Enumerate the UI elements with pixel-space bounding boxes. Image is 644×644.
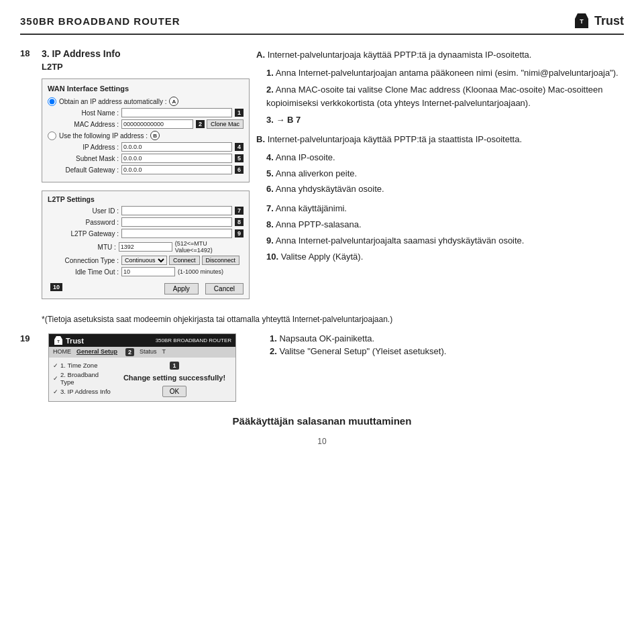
- sidebar-broadband-label: 2. Broadband Type: [60, 371, 113, 386]
- ip-badge: 4: [235, 143, 244, 151]
- gateway-label: Default Gateway :: [48, 166, 121, 174]
- section-b-item-5: 5. Anna aliverkon peite.: [266, 167, 624, 181]
- cancel-button[interactable]: Cancel: [205, 283, 244, 294]
- obtain-label: Obtain an IP address automatically :: [59, 98, 166, 105]
- mtu-field[interactable]: 1392: [119, 242, 172, 252]
- mac-label: MAC Address :: [48, 121, 121, 128]
- page-header: 350BR BROADBAND ROUTER T Trust: [20, 13, 624, 35]
- svg-text:T: T: [57, 339, 60, 343]
- idle-note: (1-1000 minutes): [178, 268, 223, 275]
- mini-nav-status[interactable]: Status: [140, 348, 157, 356]
- subnet-label: Subnet Mask :: [48, 155, 121, 162]
- gateway-badge: 6: [235, 166, 244, 174]
- badge-10: 10: [50, 283, 62, 291]
- mtu-note: (512<=MTU Value<=1492): [175, 240, 244, 254]
- section-a-text: Internet-palveluntarjoaja käyttää PPTP:t…: [268, 50, 532, 60]
- mini-mockup-header: T Trust 350BR BROADBAND ROUTER: [49, 334, 235, 347]
- mini-sidebar-broadband[interactable]: ✓ 2. Broadband Type: [53, 371, 113, 386]
- userid-row: User ID : 7: [48, 206, 244, 215]
- idle-value: 10: [123, 268, 130, 275]
- svg-text:T: T: [580, 18, 584, 25]
- section-19-list: 1. Napsauta OK-painiketta. 2. Valitse "G…: [270, 333, 624, 356]
- password-field[interactable]: [121, 217, 232, 227]
- userid-badge: 7: [235, 207, 244, 215]
- ip-row: IP Address : 0.0.0.0 4: [48, 142, 244, 152]
- mini-nav-general-setup[interactable]: General Setup: [76, 348, 117, 356]
- l2tp-label: L2TP: [42, 62, 250, 72]
- use-following-radio[interactable]: [48, 131, 56, 140]
- mac-value: 000000000000: [123, 121, 164, 127]
- l2tp-settings-title: L2TP Settings: [48, 195, 244, 203]
- gateway-row: Default Gateway : 0.0.0.0 6: [48, 165, 244, 174]
- check-timezone: ✓: [53, 362, 58, 369]
- trust-logo-text: Trust: [594, 14, 624, 28]
- disconnect-button[interactable]: Disconnect: [202, 256, 240, 265]
- mini-sidebar: ✓ 1. Time Zone ✓ 2. Broadband Type ✓ 3. …: [53, 362, 113, 397]
- section-18-number: 18: [20, 48, 35, 303]
- wan-mockup: WAN Interface Settings Obtain an IP addr…: [42, 78, 250, 182]
- mac-row: MAC Address : 000000000000 2 Clone Mac: [48, 119, 244, 129]
- mini-sidebar-timezone[interactable]: ✓ 1. Time Zone: [53, 362, 113, 369]
- nav-badge-2: 2: [125, 348, 134, 356]
- mini-sidebar-ipaddress[interactable]: ✓ 3. IP Address Info: [53, 388, 113, 395]
- section-c-item-10: 10. Valitse Apply (Käytä).: [266, 250, 624, 264]
- gateway-value: 0.0.0.0: [123, 166, 142, 173]
- clone-mac-button[interactable]: Clone Mac: [207, 119, 244, 129]
- mini-nav-home[interactable]: HOME: [53, 348, 71, 356]
- conn-type-row: Connection Type : Continuous Connect Dis…: [48, 256, 244, 265]
- section-c-list: 7. Anna käyttäjänimi. 8. Anna PPTP-salas…: [266, 202, 624, 264]
- mac-badge: 2: [196, 120, 205, 128]
- section-18-right: A. Internet-palveluntarjoaja käyttää PPT…: [256, 48, 624, 303]
- obtain-radio[interactable]: [48, 97, 56, 106]
- host-badge: 1: [235, 109, 244, 117]
- section-19-item-1: 1. Napsauta OK-painiketta.: [270, 333, 624, 343]
- subnet-field[interactable]: 0.0.0.0: [121, 154, 232, 163]
- l2tp-gateway-field[interactable]: [121, 229, 232, 238]
- host-field[interactable]: [121, 108, 232, 117]
- content-badge-1: 1: [170, 362, 178, 370]
- mini-nav-t[interactable]: T: [162, 348, 166, 356]
- userid-field[interactable]: [121, 206, 232, 215]
- mini-trust-logo-icon: T: [53, 336, 64, 345]
- ip-value: 0.0.0.0: [123, 144, 142, 150]
- page-title: 350BR BROADBAND ROUTER: [20, 15, 180, 27]
- section-a-item-2: 2. Anna MAC-osoite tai valitse Clone Mac…: [266, 83, 624, 111]
- section-a-header: A. Internet-palveluntarjoaja käyttää PPT…: [256, 48, 624, 62]
- conn-type-label: Connection Type :: [48, 257, 121, 264]
- apply-button[interactable]: Apply: [164, 283, 199, 294]
- section-c-item-7: 7. Anna käyttäjänimi.: [266, 202, 624, 216]
- obtain-radio-row[interactable]: Obtain an IP address automatically : A: [48, 97, 244, 106]
- obtain-badge: A: [169, 97, 178, 106]
- mini-content: 1 Change setting successfully! OK: [117, 362, 231, 397]
- password-row: Password : 8: [48, 217, 244, 227]
- section-18-left: 3. IP Address Info L2TP WAN Interface Se…: [42, 48, 250, 303]
- section-c-item-8: 8. Anna PPTP-salasana.: [266, 218, 624, 232]
- mini-trust-logo: T Trust: [53, 336, 84, 345]
- section-a-item-3: 3. → B 7: [266, 113, 624, 127]
- section-b-item-4: 4. Anna IP-osoite.: [266, 151, 624, 165]
- use-following-radio-row[interactable]: Use the following IP address : B: [48, 131, 244, 140]
- conn-type-select[interactable]: Continuous: [121, 256, 167, 265]
- section-b-text: Internet-palveluntarjoaja käyttää PPTP:t…: [268, 134, 522, 144]
- connect-button[interactable]: Connect: [169, 256, 200, 265]
- use-following-badge: B: [150, 131, 160, 140]
- password-badge: 8: [235, 218, 244, 226]
- ok-button[interactable]: OK: [162, 386, 186, 397]
- section-c-item-9: 9. Anna Internet-palveluntarjoajalta saa…: [266, 234, 624, 248]
- mini-trust-mockup: T Trust 350BR BROADBAND ROUTER HOME Gene…: [48, 333, 236, 402]
- userid-label: User ID :: [48, 207, 121, 215]
- use-following-label: Use the following IP address :: [59, 132, 148, 140]
- ip-field[interactable]: 0.0.0.0: [121, 142, 232, 152]
- bottom-section-title: Pääkäyttäjän salasanan muuttaminen: [20, 415, 624, 427]
- mac-field[interactable]: 000000000000: [121, 119, 193, 129]
- password-label: Password :: [48, 219, 121, 226]
- mini-mockup-body: ✓ 1. Time Zone ✓ 2. Broadband Type ✓ 3. …: [49, 358, 235, 401]
- gateway-field[interactable]: 0.0.0.0: [121, 165, 232, 174]
- l2tp-gateway-badge: 9: [235, 229, 244, 237]
- wan-title: WAN Interface Settings: [48, 85, 244, 93]
- idle-field[interactable]: 10: [121, 267, 175, 276]
- success-message: Change setting successfully!: [123, 374, 225, 382]
- l2tp-gateway-label: L2TP Gateway :: [48, 230, 121, 237]
- footer-note: *(Tietoja asetuksista saat modeemin ohje…: [42, 313, 624, 325]
- subnet-value: 0.0.0.0: [123, 155, 142, 162]
